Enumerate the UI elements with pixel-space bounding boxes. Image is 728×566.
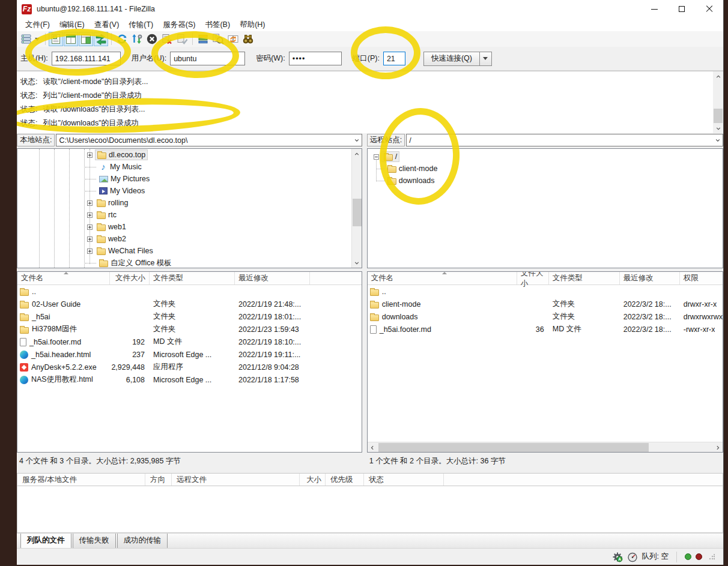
menu-edit[interactable]: 编辑(E) bbox=[55, 19, 89, 31]
remote-horizontal-scrollbar[interactable] bbox=[368, 442, 723, 452]
file-row[interactable]: 02-User Guide 文件夹2022/1/19 21:48:... bbox=[17, 298, 362, 310]
remote-hscrollbar-thumb[interactable] bbox=[378, 443, 649, 452]
log-scrollbar-thumb[interactable] bbox=[714, 109, 723, 123]
quickconnect-button[interactable]: 快速连接(Q) bbox=[423, 52, 480, 66]
tree-item[interactable]: My Videos bbox=[17, 185, 362, 197]
tab-failed-transfers[interactable]: 传输失败 bbox=[73, 534, 116, 549]
collapse-minus-icon[interactable] bbox=[374, 154, 379, 160]
file-row[interactable]: Hi3798M固件 文件夹2022/1/23 1:59:43 bbox=[17, 323, 362, 336]
menu-bookmarks[interactable]: 书签(B) bbox=[200, 19, 235, 31]
close-button[interactable] bbox=[696, 0, 723, 18]
column-header-modified[interactable]: 最近修改 bbox=[235, 272, 310, 285]
tree-item[interactable]: client-mode bbox=[368, 163, 723, 175]
column-header-filename[interactable]: 文件名 bbox=[368, 272, 517, 285]
file-row[interactable]: _h5ai.footer.md 36MD 文件2022/3/2 18:...-r… bbox=[368, 323, 723, 336]
password-input[interactable]: •••• bbox=[289, 52, 342, 65]
column-header-modified[interactable]: 最近修改 bbox=[620, 272, 680, 285]
disconnect-button[interactable] bbox=[160, 32, 174, 46]
file-row[interactable]: AnyDesk+5.2.2.exe 2,929,448应用程序2021/12/8… bbox=[17, 361, 362, 373]
local-tree-scrollbar[interactable] bbox=[351, 149, 362, 268]
process-queue-button[interactable] bbox=[130, 32, 144, 46]
quickconnect-dropdown[interactable] bbox=[480, 52, 492, 66]
speed-limits-icon[interactable] bbox=[627, 552, 638, 562]
tree-item[interactable]: ♪My Music bbox=[17, 161, 362, 173]
expand-plus-icon[interactable] bbox=[87, 200, 93, 206]
expand-plus-icon[interactable] bbox=[87, 248, 93, 254]
tree-item[interactable]: / bbox=[368, 151, 723, 163]
chevron-down-icon[interactable] bbox=[354, 138, 359, 143]
maximize-button[interactable] bbox=[668, 0, 696, 18]
expand-plus-icon[interactable] bbox=[87, 212, 93, 218]
queue-header-status[interactable]: 状态 bbox=[364, 474, 444, 486]
cancel-operation-button[interactable] bbox=[145, 32, 159, 46]
toggle-transfer-queue-button[interactable] bbox=[94, 32, 108, 46]
menu-transfer[interactable]: 传输(T) bbox=[124, 19, 158, 31]
tree-item[interactable]: My Pictures bbox=[17, 173, 362, 185]
scroll-left-arrow[interactable] bbox=[368, 442, 378, 453]
remote-path-combobox[interactable]: / bbox=[406, 134, 723, 146]
file-row[interactable]: downloads 文件夹2022/3/2 18:...drwxrwxrwx bbox=[368, 310, 723, 323]
directory-compare-button[interactable] bbox=[211, 32, 225, 46]
menu-view[interactable]: 查看(V) bbox=[89, 19, 124, 31]
expand-plus-icon[interactable] bbox=[87, 152, 93, 158]
column-header-filetype[interactable]: 文件类型 bbox=[549, 272, 620, 285]
site-manager-button[interactable] bbox=[19, 32, 34, 46]
find-files-button[interactable] bbox=[241, 32, 255, 46]
file-row[interactable]: .. bbox=[17, 285, 362, 298]
local-path-combobox[interactable]: C:\Users\ecoo\Documents\dl.ecoo.top\ bbox=[56, 134, 362, 146]
site-manager-dropdown-icon[interactable] bbox=[35, 38, 40, 41]
tree-item[interactable]: rtc bbox=[17, 209, 362, 221]
file-row[interactable]: _h5ai.footer.md 192MD 文件2022/1/19 18:10:… bbox=[17, 336, 362, 348]
menu-file[interactable]: 文件(F) bbox=[20, 19, 55, 31]
log-scrollbar[interactable] bbox=[713, 71, 723, 133]
chevron-down-icon[interactable] bbox=[715, 138, 720, 143]
scroll-up-arrow[interactable] bbox=[713, 71, 723, 82]
filter-button[interactable] bbox=[196, 32, 210, 46]
username-input[interactable]: ubuntu bbox=[170, 52, 245, 65]
column-header-filesize[interactable]: 文件大小 bbox=[110, 272, 150, 285]
toggle-local-tree-button[interactable] bbox=[64, 32, 78, 46]
reconnect-button[interactable] bbox=[175, 32, 189, 46]
tree-item[interactable]: WeChat Files bbox=[17, 245, 362, 257]
queue-header-remote-file[interactable]: 远程文件 bbox=[172, 474, 300, 486]
column-header-filesize[interactable]: 文件大小 bbox=[517, 272, 549, 285]
resize-grip-icon[interactable] bbox=[709, 554, 715, 560]
tree-item[interactable]: downloads bbox=[368, 175, 723, 187]
refresh-button[interactable] bbox=[115, 32, 129, 46]
tree-item[interactable]: web1 bbox=[17, 221, 362, 233]
queue-header-direction[interactable]: 方向 bbox=[145, 474, 172, 486]
file-row[interactable]: _h5ai.header.html 237Microsoft Edge ...2… bbox=[17, 348, 362, 361]
tree-item[interactable]: 自定义 Office 模板 bbox=[17, 257, 362, 268]
tab-successful-transfers[interactable]: 成功的传输 bbox=[117, 534, 168, 549]
scroll-down-arrow[interactable] bbox=[713, 123, 723, 133]
tree-item[interactable]: rolling bbox=[17, 197, 362, 209]
pane-splitter[interactable] bbox=[362, 133, 367, 468]
minimize-button[interactable] bbox=[640, 0, 668, 18]
column-header-filetype[interactable]: 文件类型 bbox=[150, 272, 235, 285]
menu-server[interactable]: 服务器(S) bbox=[158, 19, 200, 31]
queue-header-server-local[interactable]: 服务器/本地文件 bbox=[17, 474, 145, 486]
port-input[interactable]: 21 bbox=[383, 52, 405, 65]
toggle-log-view-button[interactable] bbox=[49, 32, 63, 46]
tree-item[interactable]: dl.ecoo.top bbox=[17, 149, 362, 161]
file-row[interactable]: .. bbox=[368, 285, 723, 298]
column-header-filename[interactable]: 文件名 bbox=[17, 272, 110, 285]
queue-header-size[interactable]: 大小 bbox=[300, 474, 326, 486]
scroll-down-arrow[interactable] bbox=[352, 257, 362, 268]
expand-plus-icon[interactable] bbox=[87, 236, 93, 242]
tab-queued-files[interactable]: 列队的文件 bbox=[20, 534, 71, 549]
local-tree-scrollbar-thumb[interactable] bbox=[353, 199, 362, 226]
file-row[interactable]: _h5ai 文件夹2022/1/19 18:01:... bbox=[17, 310, 362, 323]
toggle-remote-tree-button[interactable] bbox=[79, 32, 93, 46]
scroll-right-arrow[interactable] bbox=[712, 442, 723, 453]
queue-header-priority[interactable]: 优先级 bbox=[326, 474, 364, 486]
file-row[interactable]: client-mode 文件夹2022/3/2 18:...drwxr-xr-x bbox=[368, 298, 723, 310]
column-header-permissions[interactable]: 权限 bbox=[680, 272, 723, 285]
menu-help[interactable]: 帮助(H) bbox=[235, 19, 270, 31]
file-row[interactable]: NAS使用教程.html 6,108Microsoft Edge ...2022… bbox=[17, 373, 362, 386]
expand-plus-icon[interactable] bbox=[87, 224, 93, 230]
scroll-up-arrow[interactable] bbox=[352, 149, 362, 159]
synchronized-browsing-button[interactable] bbox=[226, 32, 240, 46]
tree-item[interactable]: web2 bbox=[17, 233, 362, 245]
host-input[interactable]: 192.168.111.141 bbox=[52, 52, 121, 65]
